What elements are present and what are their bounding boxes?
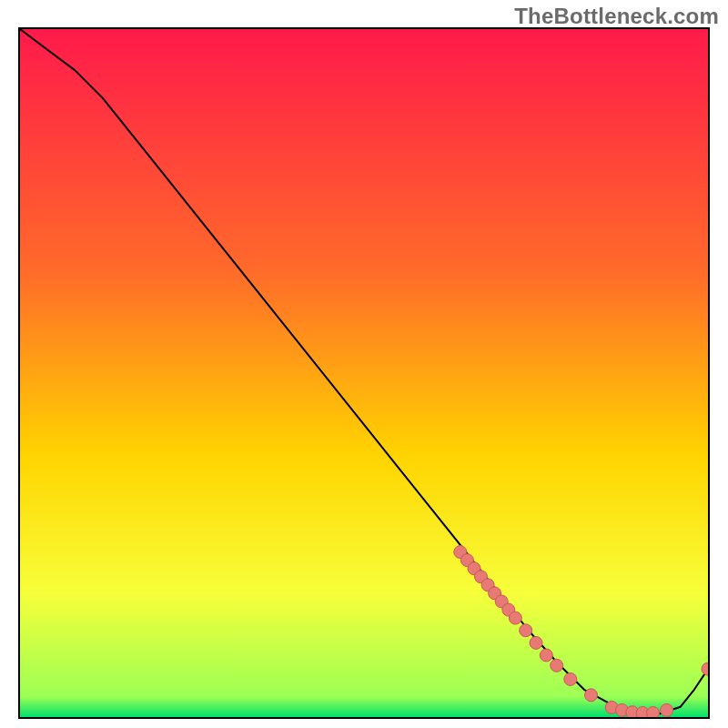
data-marker (585, 689, 598, 702)
data-markers (454, 546, 708, 717)
data-marker (509, 612, 521, 624)
data-marker (661, 703, 673, 716)
data-marker (551, 659, 563, 672)
data-marker (530, 636, 542, 649)
data-marker (564, 672, 577, 685)
bottleneck-curve (20, 29, 708, 713)
plot-frame (18, 27, 710, 719)
data-marker (647, 707, 660, 718)
data-marker (520, 624, 532, 637)
chart-stage: TheBottleneck.com (0, 0, 728, 728)
data-marker (540, 649, 552, 662)
chart-overlay (20, 29, 708, 717)
watermark-text: TheBottleneck.com (514, 4, 719, 29)
data-marker (702, 662, 708, 675)
